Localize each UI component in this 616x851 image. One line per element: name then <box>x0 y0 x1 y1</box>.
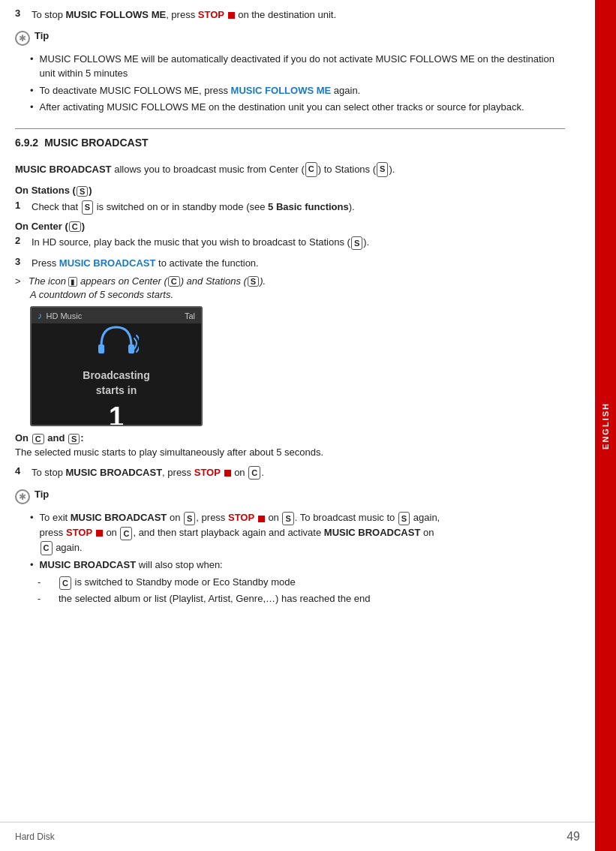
step-3-top: 3 To stop MUSIC FOLLOWS ME, press STOP o… <box>15 8 565 23</box>
music-broadcast-bold-intro: MUSIC BROADCAST <box>15 164 112 175</box>
step3b-num: 3 <box>15 256 32 267</box>
tip2-dash2: - the selected album or list (Playlist, … <box>15 591 565 606</box>
on-c-and-s-desc: The selected music starts to play simult… <box>15 447 565 458</box>
broadcast-text: Broadcasting starts in <box>83 368 149 398</box>
tip1-header: ✱ Tip <box>15 30 565 46</box>
music-follows-me-label: MUSIC FOLLOWS ME <box>66 9 167 20</box>
screen-topbar-right: Tal <box>185 311 195 320</box>
center-icon-heading: C <box>69 221 81 232</box>
tip2-title: Tip <box>35 489 49 500</box>
tip2-bullet2: MUSIC BROADCAST will also stop when: <box>15 558 565 573</box>
broadcast-screen: ♪ HD Music Tal <box>30 306 203 426</box>
on-c-and-s-heading: On C and S: <box>15 432 565 444</box>
gt-line2: A countdown of 5 seconds starts. <box>30 289 565 300</box>
step3b-line: 3 Press MUSIC BROADCAST to activate the … <box>15 256 565 271</box>
step2-line: 2 In HD source, play back the music that… <box>15 235 565 250</box>
gt-line1: > The icon ▮ appears on Center (C) and S… <box>15 275 565 287</box>
tip2-bullet1: To exit MUSIC BROADCAST on S, press STOP… <box>15 510 565 555</box>
tip1-bullets: MUSIC FOLLOWS ME will be automatically d… <box>15 52 565 115</box>
stop-tip2-2: STOP <box>66 527 92 538</box>
stations-icon-on: S <box>68 434 80 444</box>
center-icon-step4: C <box>248 466 260 480</box>
center-icon-tip2-2: C <box>41 541 53 555</box>
music-broadcast-bold-tip2-1: MUSIC BROADCAST <box>71 512 167 523</box>
step-num-3-top: 3 <box>15 8 32 19</box>
stations-icon-tip2-3: S <box>398 512 410 526</box>
section-heading-row: 6.9.2 MUSIC BROADCAST <box>15 137 565 156</box>
stations-icon-heading: S <box>77 186 88 197</box>
icon-sym: ▮ <box>68 277 77 287</box>
broadcast-line2: starts in <box>83 383 149 398</box>
broadcast-icon-area <box>94 323 139 361</box>
tip2-bullets: To exit MUSIC BROADCAST on S, press STOP… <box>15 510 565 572</box>
dash1-text: C is switched to Standby mode or Eco Sta… <box>59 575 296 590</box>
section-divider <box>15 128 565 129</box>
gt-sym1: > <box>15 275 29 287</box>
tip1-icon: ✱ <box>15 31 30 46</box>
stations-icon-step1: S <box>82 200 93 215</box>
tip1-container: ✱ Tip MUSIC FOLLOWS ME will be automatic… <box>15 30 565 115</box>
tip2-dash1: - C is switched to Standby mode or Eco S… <box>15 575 565 590</box>
screen-topbar-left: ♪ HD Music <box>38 310 82 321</box>
headphone-broadcast-icon <box>94 323 139 361</box>
stop-square-top <box>228 12 235 19</box>
stations-icon-step2: S <box>351 236 362 251</box>
stations-icon-tip2-2: S <box>282 512 293 526</box>
on-stations-heading: On Stations (S) <box>15 185 565 197</box>
section-intro: MUSIC BROADCAST allows you to broadcast … <box>15 162 565 178</box>
step4-line: 4 To stop MUSIC BROADCAST, press STOP on… <box>15 465 565 480</box>
screen-body: Broadcasting starts in 1 <box>32 323 201 426</box>
tip1-bullet1-text: MUSIC FOLLOWS ME will be automatically d… <box>40 52 565 81</box>
step1-num: 1 <box>15 200 32 211</box>
center-icon-gt: C <box>168 276 180 287</box>
music-broadcast-bold-step4: MUSIC BROADCAST <box>66 467 163 478</box>
dash-sym1: - <box>38 575 59 590</box>
main-content: 3 To stop MUSIC FOLLOWS ME, press STOP o… <box>0 0 595 851</box>
step4-text: To stop MUSIC BROADCAST, press STOP on C… <box>32 465 264 480</box>
sidebar-label: ENGLISH <box>601 402 610 450</box>
stop-sq-tip2-1 <box>258 516 265 522</box>
footer-label: Hard Disk <box>15 831 55 842</box>
tip1-bullet2: To deactivate MUSIC FOLLOWS ME, press MU… <box>15 83 565 98</box>
footer-bar: Hard Disk 49 <box>0 822 595 851</box>
gt-text2: A countdown of 5 seconds starts. <box>30 289 173 300</box>
step2-text: In HD source, play back the music that y… <box>32 235 369 250</box>
svg-rect-0 <box>98 344 104 353</box>
section-number: 6.9.2 <box>15 137 38 149</box>
tip1-bullet3: After activating MUSIC FOLLOWS ME on the… <box>15 100 565 115</box>
stop-sq-tip2-2 <box>96 530 103 537</box>
stop-square-step4 <box>224 470 231 477</box>
tip2-bullet2-text: MUSIC BROADCAST will also stop when: <box>40 558 223 573</box>
step1-line: 1 Check that S is switched on or in stan… <box>15 200 565 215</box>
step-3-top-text: To stop MUSIC FOLLOWS ME, press STOP on … <box>32 8 336 23</box>
tip2-container: ✱ Tip To exit MUSIC BROADCAST on S, pres… <box>15 489 565 606</box>
stop-label-top: STOP <box>198 9 224 20</box>
dash-sym2: - <box>38 591 59 606</box>
broadcast-line1: Broadcasting <box>83 368 149 383</box>
center-icon-dash1: C <box>59 576 71 591</box>
music-broadcast-bold-tip2-2: MUSIC BROADCAST <box>324 527 421 538</box>
tip2-header: ✱ Tip <box>15 489 565 504</box>
tip2-icon: ✱ <box>15 489 30 504</box>
svg-rect-1 <box>128 344 134 353</box>
screen-topbar-title: HD Music <box>47 311 83 320</box>
stop-tip2-1: STOP <box>228 512 254 523</box>
footer-page: 49 <box>566 830 580 843</box>
music-note-icon: ♪ <box>38 310 43 321</box>
stations-icon-gt: S <box>248 276 259 287</box>
tip2-bullet1-text: To exit MUSIC BROADCAST on S, press STOP… <box>40 510 440 555</box>
tip1-bullet1: MUSIC FOLLOWS ME will be automatically d… <box>15 52 565 81</box>
step1-text: Check that S is switched on or in standb… <box>32 200 355 215</box>
tip1-title: Tip <box>35 30 49 41</box>
step3b-text: Press MUSIC BROADCAST to activate the fu… <box>32 256 259 271</box>
tip1-bullet2-text: To deactivate MUSIC FOLLOWS ME, press MU… <box>40 83 361 98</box>
section-title: MUSIC BROADCAST <box>44 137 148 149</box>
music-broadcast-blue-step3: MUSIC BROADCAST <box>59 257 156 269</box>
screen-topbar: ♪ HD Music Tal <box>32 308 201 323</box>
step4-num: 4 <box>15 465 32 477</box>
countdown-number: 1 <box>109 401 124 426</box>
sidebar-right: ENGLISH <box>595 0 616 851</box>
tip1-bullet3-text: After activating MUSIC FOLLOWS ME on the… <box>40 100 524 115</box>
basic-functions-label: 5 Basic functions <box>268 201 349 212</box>
stations-icon-intro: S <box>377 162 388 177</box>
